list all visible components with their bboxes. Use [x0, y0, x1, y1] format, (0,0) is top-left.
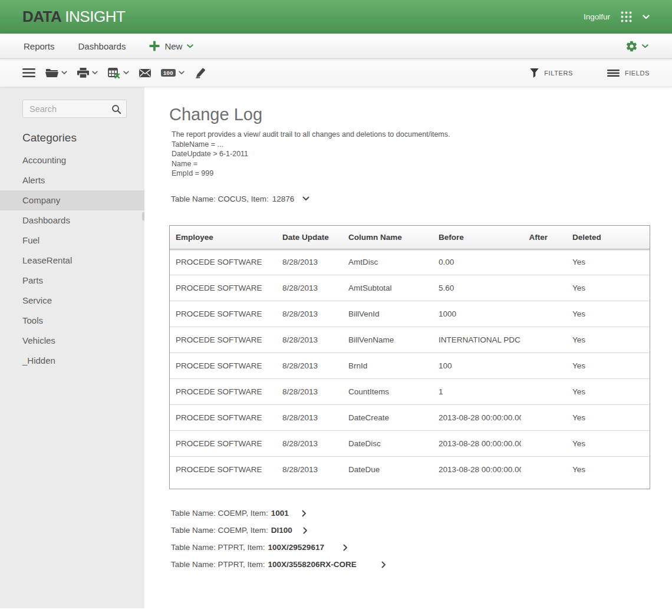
sidebar-item-tools[interactable]: Tools — [0, 311, 144, 331]
fields-lines-icon — [607, 70, 620, 77]
chevron-right-icon — [302, 510, 307, 517]
print-button[interactable] — [77, 68, 98, 78]
cell-date-update: 8/28/2013 — [276, 301, 342, 327]
cell-after — [521, 353, 555, 379]
export-excel-button[interactable] — [108, 68, 129, 78]
cell-date-update: 8/28/2013 — [276, 379, 342, 405]
sidebar-item-leaserental[interactable]: LeaseRental — [0, 251, 144, 271]
section-prefix: Table Name: PTPRT, Item: — [171, 560, 265, 569]
cell-employee: PROCEDE SOFTWARE — [170, 353, 276, 379]
column-header-column-name: Column Name — [342, 226, 433, 249]
sidebar: Categories Accounting Alerts Company Das… — [0, 87, 144, 608]
cell-deleted: Yes — [555, 457, 650, 483]
nav-dashboards[interactable]: Dashboards — [78, 41, 126, 51]
sidebar-item-dashboards[interactable]: Dashboards — [0, 210, 144, 230]
cell-column-name: DateDue — [342, 457, 433, 483]
column-header-before: Before — [433, 226, 521, 249]
table-row: PROCEDE SOFTWARE8/28/2013AmtDisc0.00Yes — [170, 249, 650, 275]
cell-employee: PROCEDE SOFTWARE — [170, 301, 276, 327]
report-parameter: TableName = ... — [172, 140, 650, 150]
cell-before: 0.00 — [433, 249, 521, 275]
settings-menu[interactable] — [625, 40, 648, 52]
print-chevron-down-icon[interactable] — [92, 71, 98, 75]
cell-after — [521, 249, 555, 275]
report-parameter: EmpId = 999 — [172, 169, 650, 179]
section-prefix: Table Name: COEMP, Item: — [171, 526, 268, 535]
nav-bar: Reports Dashboards New — [0, 34, 672, 59]
section-toggle-coemp-1001[interactable]: Table Name: COEMP, Item:1001 — [171, 508, 650, 519]
sidebar-item-hidden[interactable]: _Hidden — [0, 351, 144, 371]
apps-grid-icon[interactable] — [620, 11, 633, 23]
sidebar-item-alerts[interactable]: Alerts — [0, 170, 144, 190]
app-logo: DATAINSIGHT — [22, 8, 125, 26]
filters-label: FILTERS — [544, 70, 573, 77]
nav-reports[interactable]: Reports — [24, 41, 55, 51]
cell-employee: PROCEDE SOFTWARE — [170, 327, 276, 353]
export-chevron-down-icon[interactable] — [123, 71, 129, 75]
section-toggle-coemp-di100[interactable]: Table Name: COEMP, Item:DI100 — [171, 525, 650, 536]
open-report-chevron-down-icon[interactable] — [61, 71, 67, 75]
user-menu-chevron-down-icon[interactable] — [643, 15, 650, 19]
table-row: PROCEDE SOFTWARE8/28/2013CountItems1Yes — [170, 379, 650, 405]
column-header-employee: Employee — [170, 226, 276, 249]
cell-employee: PROCEDE SOFTWARE — [170, 275, 276, 301]
sidebar-item-company[interactable]: Company — [0, 190, 144, 210]
sidebar-item-parts[interactable]: Parts — [0, 271, 144, 291]
email-button[interactable] — [139, 69, 151, 77]
sidebar-resize-handle[interactable] — [142, 212, 144, 220]
section-prefix: Table Name: COCUS, Item: — [171, 195, 269, 203]
cell-before: 2013-08-28 00:00:00.000 — [433, 405, 521, 431]
search-input[interactable] — [23, 100, 126, 117]
menu-button[interactable] — [22, 68, 35, 77]
sidebar-item-accounting[interactable]: Accounting — [0, 150, 144, 170]
envelope-icon — [139, 69, 151, 77]
column-header-after: After — [521, 226, 555, 249]
open-report-button[interactable] — [45, 68, 67, 78]
table-row: PROCEDE SOFTWARE8/28/2013DateCreate2013-… — [170, 405, 650, 431]
collapsed-sections: Table Name: COEMP, Item:1001 Table Name:… — [169, 508, 650, 571]
new-chevron-down-icon — [187, 44, 193, 48]
section-item: 100X/29529617 — [268, 543, 324, 552]
row-limit-badge: 100 — [161, 69, 176, 77]
chevron-right-icon — [343, 544, 348, 551]
user-name[interactable]: Ingolfur — [584, 12, 610, 21]
cell-date-update: 8/28/2013 — [276, 405, 342, 431]
cell-deleted: Yes — [555, 353, 650, 379]
cell-after — [521, 379, 555, 405]
sidebar-item-vehicles[interactable]: Vehicles — [0, 331, 144, 351]
nav-new-menu[interactable]: New — [149, 41, 193, 51]
cell-column-name: AmtSubtotal — [342, 275, 433, 301]
cell-before: INTERNATIONAL PDC — [433, 327, 521, 353]
section-toggle-cocus-12876[interactable]: Table Name: COCUS, Item:12876 — [171, 195, 650, 203]
hamburger-icon — [22, 68, 35, 77]
report-toolbar: 100 FILTERS FIELDS — [0, 59, 672, 87]
cell-after — [521, 275, 555, 301]
section-item: 1001 — [271, 509, 289, 518]
report-parameter: DateUpdate > 6-1-2011 — [172, 149, 650, 159]
section-toggle-ptprt-29529617[interactable]: Table Name: PTPRT, Item:100X/29529617 — [171, 542, 650, 554]
sidebar-item-service[interactable]: Service — [0, 291, 144, 311]
fields-toggle[interactable]: FIELDS — [607, 70, 650, 77]
table-row: PROCEDE SOFTWARE8/28/2013BillVenId1000Ye… — [170, 301, 650, 327]
section-item: DI100 — [271, 526, 292, 535]
table-row: PROCEDE SOFTWARE8/28/2013BrnId100Yes — [170, 353, 650, 379]
cell-before: 100 — [433, 353, 521, 379]
report-description: The report provides a view/ audit trail … — [172, 130, 650, 179]
cell-column-name: BillVenId — [342, 301, 433, 327]
row-limit-button[interactable]: 100 — [161, 69, 185, 77]
chevron-down-icon — [302, 196, 309, 201]
report-main: Change Log The report provides a view/ a… — [144, 87, 672, 571]
cell-date-update: 8/28/2013 — [276, 431, 342, 457]
page-title: Change Log — [169, 105, 650, 124]
search-icon[interactable] — [111, 104, 121, 117]
filters-toggle[interactable]: FILTERS — [530, 68, 573, 78]
section-item: 100X/3558206RX-CORE — [268, 560, 357, 569]
column-header-deleted: Deleted — [555, 226, 650, 249]
edit-button[interactable] — [195, 67, 207, 78]
row-limit-chevron-down-icon[interactable] — [179, 71, 185, 75]
table-row: PROCEDE SOFTWARE8/28/2013DateDisc2013-08… — [170, 431, 650, 457]
sidebar-item-fuel[interactable]: Fuel — [0, 230, 144, 251]
cell-after — [521, 405, 555, 431]
cell-after — [521, 457, 555, 483]
section-toggle-ptprt-3558206rx-core[interactable]: Table Name: PTPRT, Item:100X/3558206RX-C… — [171, 559, 650, 571]
